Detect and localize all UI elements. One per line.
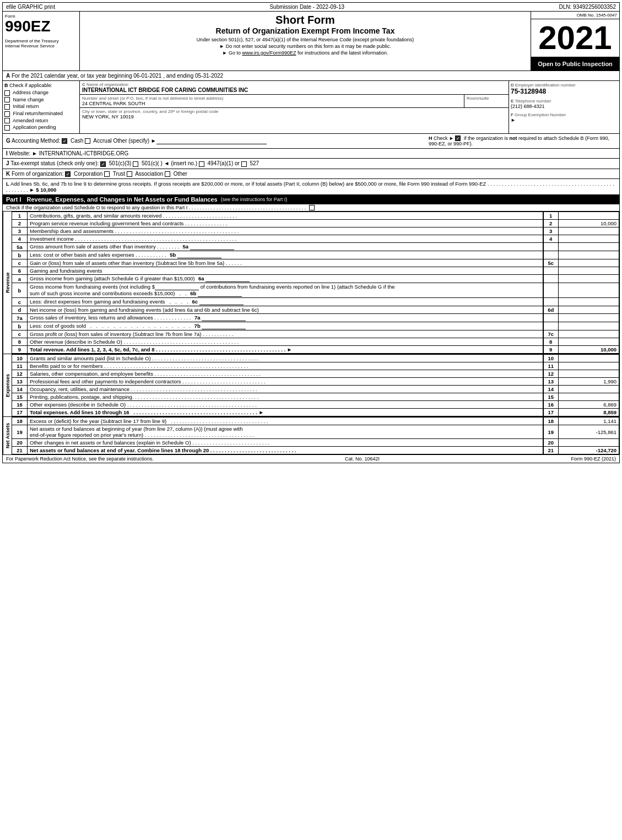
line-desc-20: Other changes in net assets or fund bala… [28,439,543,447]
submission-date: Submission Date - 2022-09-13 [269,4,344,10]
line-ref-13: 13 [543,378,559,386]
expenses-side-label: Expenses [3,354,12,416]
accrual-checkbox[interactable] [85,138,90,144]
h-checkbox[interactable]: ✓ [455,136,461,141]
section-a-text: For the 2021 calendar year, or tax year … [12,73,223,79]
line-num-14: 14 [12,386,28,393]
tax-4947-checkbox[interactable] [199,161,204,167]
final-return-item[interactable]: Final return/terminated [4,111,78,117]
address-change-checkbox[interactable] [4,90,10,96]
acct-row: G Accounting Method: ✓ Cash Accrual Othe… [2,134,620,149]
line-val-6c [559,298,619,306]
city-value: NEW YORK, NY 10019 [82,114,506,120]
ein-col: D Employer identification number 75-3128… [509,81,619,133]
line-val-1 [559,212,619,220]
line-desc-6c: Less: direct expenses from gaming and fu… [28,298,543,306]
open-inspection: Open to Public Inspection [531,57,619,71]
line-ref-14: 14 [543,386,559,393]
amended-return-item[interactable]: Amended return [4,118,78,124]
final-return-checkbox[interactable] [4,111,10,117]
line-ref-10: 10 [543,355,559,362]
section-a: A For the 2021 calendar year, or tax yea… [2,71,620,81]
name-change-checkbox[interactable] [4,97,10,102]
tax-501c3-label: 501(c)(3) [109,160,133,166]
efile-label: efile GRAPHIC print [6,4,55,10]
line-val-7a [559,314,619,322]
application-pending-checkbox[interactable] [4,125,10,131]
other-org-checkbox[interactable] [165,171,170,177]
initial-return-label: Initial return [13,104,39,109]
cash-label: Cash [71,138,85,144]
line-desc-14: Occupancy, rent, utilities, and maintena… [28,386,543,393]
page: efile GRAPHIC print Submission Date - 20… [0,0,622,465]
table-row: 10 Grants and similar amounts paid (list… [12,355,619,362]
footer-middle: Cat. No. 10642I [345,456,380,462]
net-assets-content: 18 Excess or (deficit) for the year (Sub… [12,417,619,454]
tax-501c-checkbox[interactable] [133,161,138,167]
tax-4947-label: 4947(a)(1) or [208,160,241,166]
initial-return-checkbox[interactable] [4,104,10,110]
tax-527-label: 527 [250,160,259,166]
table-row: 16 Other expenses (describe in Schedule … [12,401,619,409]
footer-right: Form 990-EZ (2021) [571,456,616,462]
line-num-6a: a [12,275,28,283]
website-label: Website: ► [9,150,37,156]
assoc-checkbox[interactable] [127,171,132,177]
table-row: 12 Salaries, other compensation, and emp… [12,370,619,378]
line-num-5a: 5a [12,243,28,251]
line-num-21: 21 [12,447,28,454]
line-ref-9: 9 [543,346,559,354]
line-ref-6 [543,267,559,275]
application-pending-item[interactable]: Application pending [4,124,78,131]
table-row: 6 Gaming and fundraising events [12,267,619,275]
cash-checkbox[interactable]: ✓ [62,138,67,144]
line-desc-6b: Gross income from fundraising events (no… [28,283,543,298]
table-row: b Less: cost or other basis and sales ex… [12,251,619,259]
line-desc-6a: Gross income from gaming (attach Schedul… [28,275,543,283]
line-num-1: 1 [12,212,28,220]
line-val-10 [559,355,619,362]
tax-527-checkbox[interactable] [241,161,247,167]
part-i-check-text: Check if the organization used Schedule … [6,205,306,210]
table-row: 19 Net assets or fund balances at beginn… [12,425,619,439]
table-row: c Gross profit or (loss) from sales of i… [12,330,619,338]
line-val-15 [559,393,619,401]
corp-checkbox[interactable]: ✓ [65,171,71,177]
initial-return-item[interactable]: Initial return [4,104,78,110]
line-desc-21: Net assets or fund balances at end of ye… [28,447,543,454]
org-street: Number and street (or P.O. box, if mail … [80,95,464,107]
line-ref-5c: 5c [543,259,559,267]
org-details: C Name of organization INTERNATIONAL ICT… [80,81,509,133]
address-change-item[interactable]: Address change [4,90,78,96]
part-i-label: Part I [6,196,21,203]
tax-501c3-checkbox[interactable]: ✓ [100,161,106,167]
section-k-label: K [6,171,10,177]
other-label: Other (specify) ► [113,138,266,144]
line-num-5c: c [12,259,28,267]
table-row: 3 Membership dues and assessments . . . … [12,227,619,235]
table-row: 21 Net assets or fund balances at end of… [12,447,619,454]
line-ref-2: 2 [543,220,559,227]
revenue-side-label: Revenue [3,212,12,354]
trust-checkbox[interactable] [104,171,110,177]
part-i-title: Revenue, Expenses, and Changes in Net As… [27,196,218,203]
line-val-21: -124,720 [559,447,619,454]
tax-row: J Tax-exempt status (check only one): ✓ … [2,159,620,169]
main-header: Form 990EZ Department of the Treasury In… [2,12,620,71]
line-num-3: 3 [12,227,28,235]
amended-return-checkbox[interactable] [4,118,10,123]
line-val-7c [559,330,619,338]
line-num-7c: c [12,330,28,338]
form-number: 990EZ [5,19,77,34]
name-change-item[interactable]: Name change [4,97,78,103]
table-row: a Gross income from gaming (attach Sched… [12,275,619,283]
line-ref-21: 21 [543,447,559,454]
line-num-6: 6 [12,267,28,275]
table-row: 1 Contributions, gifts, grants, and simi… [12,212,619,220]
line-num-11: 11 [12,362,28,370]
form-title2: Return of Organization Exempt From Incom… [82,26,528,35]
line-desc-7a: Gross sales of inventory, less returns a… [28,314,543,322]
section-j-label: J [6,160,9,166]
part-i-schedule-o-checkbox[interactable] [309,205,315,210]
line-num-20: 20 [12,439,28,447]
